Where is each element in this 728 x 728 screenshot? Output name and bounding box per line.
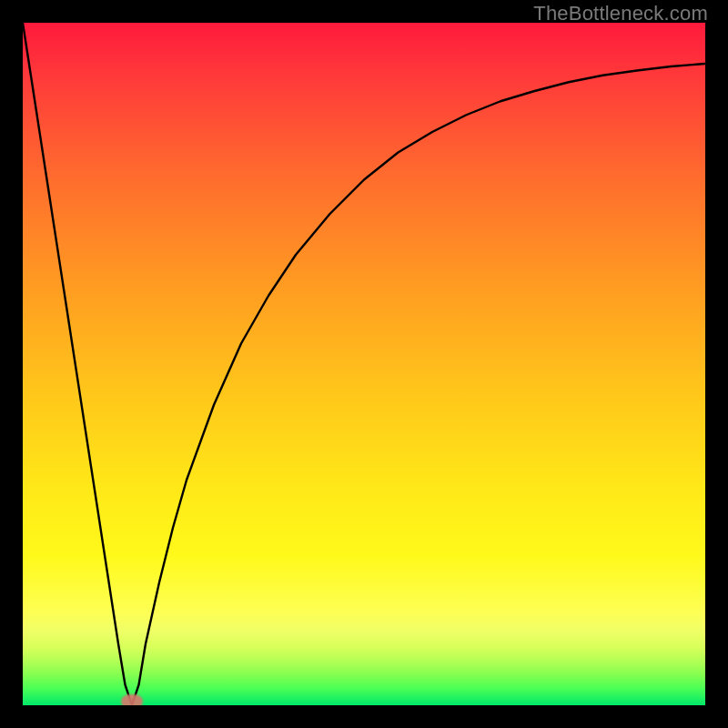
bottleneck-curve xyxy=(23,23,705,705)
chart-frame: TheBottleneck.com xyxy=(0,0,728,728)
plot-area xyxy=(23,23,705,705)
apex-marker xyxy=(121,694,143,705)
curve-path xyxy=(23,23,705,705)
